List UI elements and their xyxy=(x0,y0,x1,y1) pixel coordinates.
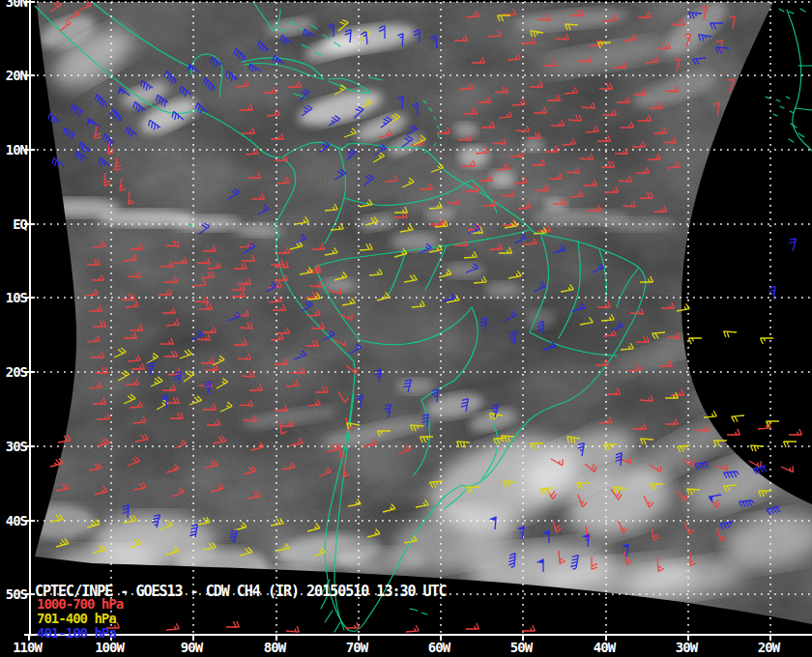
lat-label-30N: 30N xyxy=(0,0,27,9)
satellite-map xyxy=(0,0,812,657)
coastline-africa xyxy=(787,10,812,151)
lon-label-90W: 90W xyxy=(170,641,213,654)
lat-label-20S: 20S xyxy=(0,365,27,379)
lon-label-110W: 110W xyxy=(6,641,48,654)
lat-label-30S: 30S xyxy=(0,440,27,453)
legend-item-high: 401-100 hPa xyxy=(37,625,116,641)
lon-label-20W: 20W xyxy=(747,641,790,654)
lon-label-30W: 30W xyxy=(665,641,708,654)
lat-label-EQ: EQ xyxy=(0,217,27,231)
goes13-cdw-satellite-image: CPTEC/INPE - GOES13 - CDW CH4 (IR) 20150… xyxy=(0,0,812,657)
lon-label-60W: 60W xyxy=(418,641,460,654)
lon-label-40W: 40W xyxy=(583,641,625,654)
lon-label-80W: 80W xyxy=(253,641,296,654)
lon-label-50W: 50W xyxy=(500,641,542,654)
lat-label-10S: 10S xyxy=(0,291,27,304)
lat-label-20N: 20N xyxy=(0,69,27,82)
legend-item-low: 1000-700 hPa xyxy=(37,596,123,612)
legend-item-mid: 701-400 hPa xyxy=(37,611,116,626)
lon-label-100W: 100W xyxy=(88,641,130,654)
lat-label-40S: 40S xyxy=(0,514,27,528)
lat-label-10N: 10N xyxy=(0,143,27,157)
lon-label-70W: 70W xyxy=(335,641,378,654)
lat-label-50S: 50S xyxy=(0,587,27,601)
